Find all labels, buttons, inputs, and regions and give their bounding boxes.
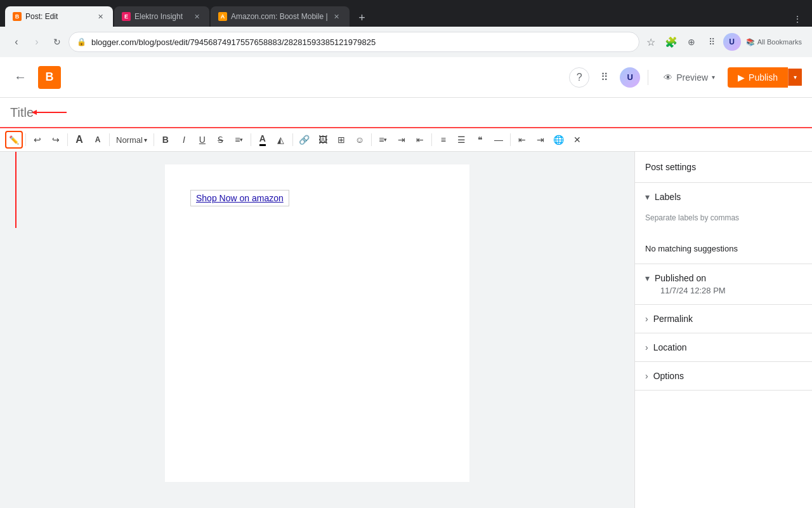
all-bookmarks-area: 📚All Bookmarks [743,38,804,46]
hr-button[interactable]: — [490,131,508,149]
tabs-more-button[interactable]: ⋮ [788,11,807,27]
redo-button[interactable]: ↪ [47,131,65,149]
tab-close-3[interactable]: ✕ [332,11,342,22]
published-on-title: Published on [655,273,706,283]
back-button[interactable]: ‹ [8,33,25,51]
rtl-button[interactable]: ⇤ [513,131,531,149]
tab-title-3: Amazon.com: Boost Mobile | [231,12,328,21]
toolbar-divider-3 [109,133,110,146]
address-bar[interactable]: 🔒 blogger.com/blog/post/edit/79456874917… [69,32,639,52]
tab-favicon-2: E [122,12,131,21]
back-nav-button[interactable]: ← [10,67,30,88]
labels-section-header[interactable]: ▾ Labels [635,183,812,211]
font-size-up-button[interactable]: A [70,131,88,149]
tab-close-2[interactable]: ✕ [192,11,202,22]
paragraph-style-button[interactable]: Normal ▾ [112,131,151,149]
highlight-button[interactable]: ◭ [272,131,290,149]
labels-section-content: Separate labels by commas No matching su… [635,211,812,264]
clear-format-button[interactable]: ✕ [568,131,586,149]
permalink-section-title: Permalink [653,314,802,324]
tab-title-2: Elektro Insight [134,12,188,21]
help-button[interactable]: ? [569,67,589,88]
indent-right-button[interactable]: ⇥ [393,131,410,149]
options-section-header[interactable]: › Options [635,362,812,390]
preview-icon: 👁 [664,72,672,83]
content-link[interactable]: Shop Now on amazon [190,190,289,206]
title-and-toolbar: ✏️ ↩ ↪ A A Normal ▾ B I U S̶ ≡▾ [0,98,812,152]
labels-input[interactable] [645,229,802,238]
ordered-list-button[interactable]: ☰ [453,131,471,149]
translate-button[interactable]: 🌐 [550,131,568,149]
zoom-button[interactable]: ⊕ [683,33,700,51]
sidebar-header-text: Post settings [645,162,696,172]
edit-mode-button[interactable]: ✏️ [5,131,23,149]
preview-label: Preview [676,72,708,83]
tab-favicon-1: B [13,12,22,21]
tab-post-edit[interactable]: B Post: Edit ✕ [5,6,113,27]
forward-button[interactable]: › [28,33,46,51]
labels-section-title: Labels [655,192,802,202]
toolbar-divider-2 [67,133,68,146]
font-size-down-button[interactable]: A [89,131,107,149]
alignment-button[interactable]: ≡▾ [230,131,248,149]
publish-main-button[interactable]: ▶ Publish [728,67,788,88]
image-button[interactable]: 🖼 [314,131,332,149]
editor-page[interactable]: Shop Now on amazon [165,164,469,482]
sidebar-published-section: ▾ Published on 11/7/24 12:28 PM [635,264,812,305]
address-text: blogger.com/blog/post/edit/7945687491755… [91,37,631,47]
app-bar-left: ← B [10,66,61,89]
no-suggestions-text: No matching suggestions [645,244,802,253]
bookmark-button[interactable]: ☆ [642,33,660,51]
toolbar-divider-8 [431,133,432,146]
editor-content-area: Shop Now on amazon [0,152,634,508]
publish-button-group: ▶ Publish ▾ [728,67,802,88]
blogger-logo: B [38,66,61,89]
app-bar-right: ? ⠿ U 👁 Preview ▾ ▶ Publish ▾ [569,67,802,88]
toolbar-divider-1 [25,133,26,146]
tabs-bar: B Post: Edit ✕ E Elektro Insight ✕ A Ama… [0,0,812,27]
browser-chrome: B Post: Edit ✕ E Elektro Insight ✕ A Ama… [0,0,812,57]
undo-button[interactable]: ↩ [29,131,46,149]
ltr-button[interactable]: ⇥ [532,131,549,149]
avatar[interactable]: U [723,33,741,51]
preview-button[interactable]: 👁 Preview ▾ [656,67,723,88]
strikethrough-button[interactable]: S̶ [212,131,230,149]
permalink-section-header[interactable]: › Permalink [635,305,812,333]
publish-arrow-icon: ▶ [738,72,745,83]
options-chevron-icon: › [645,371,648,381]
bold-button[interactable]: B [157,131,174,149]
emoji-button[interactable]: ☺ [351,131,369,149]
apps-grid-button[interactable]: ⠿ [703,33,721,51]
unordered-list-button[interactable]: ≡ [435,131,452,149]
app-bar: ← B ? ⠿ U 👁 Preview ▾ ▶ Publish ▾ [0,57,812,98]
tab-elektro[interactable]: E Elektro Insight ✕ [114,6,209,27]
title-input[interactable] [10,105,802,120]
toolbar-divider-7 [371,133,372,146]
link-button[interactable]: 🔗 [296,131,313,149]
preview-chevron-icon: ▾ [712,74,715,81]
published-on-header[interactable]: ▾ Published on [645,273,802,283]
toolbar-divider-9 [510,133,511,146]
apps-button[interactable]: ⠿ [594,67,615,88]
permalink-chevron-icon: › [645,314,648,324]
extension-button[interactable]: 🧩 [662,33,680,51]
toolbar-divider-6 [292,133,293,146]
layout-button[interactable]: ⊞ [332,131,350,149]
tab-title-1: Post: Edit [25,12,91,21]
italic-button[interactable]: I [175,131,193,149]
font-color-button[interactable]: A [254,131,272,149]
lock-icon: 🔒 [77,37,86,46]
underline-button[interactable]: U [193,131,211,149]
sidebar-header: Post settings [635,152,812,183]
user-avatar[interactable]: U [620,67,640,88]
toolbar-divider-5 [251,133,251,146]
indent-left-button[interactable]: ⇤ [411,131,429,149]
tab-amazon[interactable]: A Amazon.com: Boost Mobile | ✕ [211,6,350,27]
align-left-button[interactable]: ≡▾ [374,131,392,149]
publish-dropdown-button[interactable]: ▾ [788,69,802,86]
quote-button[interactable]: ❝ [471,131,489,149]
tab-close-1[interactable]: ✕ [95,11,105,22]
refresh-button[interactable]: ↻ [48,33,66,51]
new-tab-button[interactable]: + [353,9,371,27]
location-section-header[interactable]: › Location [635,333,812,361]
